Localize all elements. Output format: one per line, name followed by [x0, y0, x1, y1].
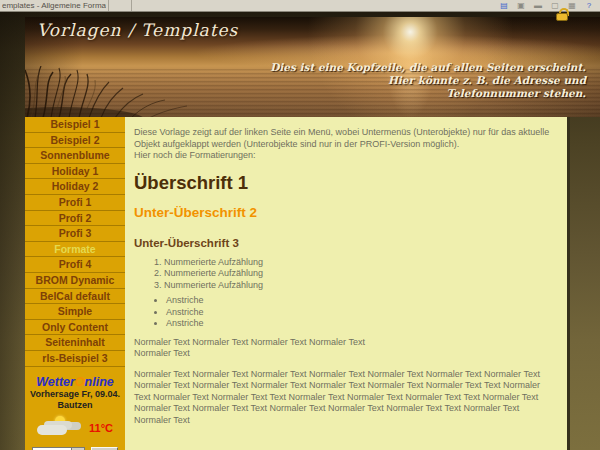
sidebar-menu-item[interactable]: BROM Dynamic	[25, 273, 125, 289]
browser-toolbar-icons: ▤ ▣ ▬ ▢ ▦ ?	[499, 1, 594, 10]
tagline-line: Dies ist eine Kopfzeile, die auf allen S…	[270, 61, 586, 74]
browser-tab-stub[interactable]	[108, 0, 132, 11]
normal-text-line: Normaler Text Normaler Text Normaler Tex…	[134, 337, 558, 349]
sidebar-menu-item[interactable]: rls-Beispiel 3	[25, 351, 125, 367]
tagline-line: Telefonnummer stehen.	[270, 87, 586, 100]
sidebar-menu-item[interactable]: Only Content	[25, 320, 125, 336]
wetteronline-logo[interactable]: WetterOnline	[25, 375, 125, 389]
sidebar-menu-item[interactable]: Simple	[25, 304, 125, 320]
help-icon[interactable]: ?	[584, 1, 594, 10]
minimize-icon[interactable]: ▬	[533, 1, 543, 10]
sidebar-menu-item[interactable]: Holiday 2	[25, 179, 125, 195]
browser-bar: emplates - Allgemeine Formate für Texte …	[0, 0, 600, 12]
page-icon[interactable]: ▤	[499, 1, 509, 10]
sidebar-menu-item[interactable]: Profi 3	[25, 226, 125, 242]
forecast-location: Bautzen	[25, 400, 125, 411]
normal-text-paragraph: Normaler Text Normaler Text Normaler Tex…	[134, 337, 558, 360]
bullet-list: AnstricheAnstricheAnstriche	[134, 295, 558, 330]
header-banner-image: Vorlagen / Templates Dies ist eine Kopfz…	[25, 17, 600, 117]
numbered-list-item: Nummerierte Aufzählung	[164, 268, 558, 280]
go-button[interactable]: GO	[91, 447, 118, 450]
lock-icon[interactable]	[556, 8, 570, 22]
window-icon[interactable]: ▣	[516, 1, 526, 10]
sidebar-menu-item[interactable]: Profi 1	[25, 195, 125, 211]
numbered-list-item: Nummerierte Aufzählung	[164, 280, 558, 292]
dune-grass-decoration	[25, 66, 215, 117]
intro2-paragraph: Hier noch die Formatierungen:	[134, 150, 558, 162]
sidebar-menu-item[interactable]: Profi 4	[25, 257, 125, 273]
page-title: Vorlagen / Templates	[37, 20, 238, 40]
numbered-list: Nummerierte AufzählungNummerierte Aufzäh…	[134, 257, 558, 292]
cloud-sun-icon	[37, 419, 71, 436]
header-tagline: Dies ist eine Kopfzeile, die auf allen S…	[270, 61, 586, 100]
sidebar-menu-item[interactable]: Beispiel 1	[25, 117, 125, 133]
intro-paragraph: Diese Vorlage zeigt auf der linken Seite…	[134, 127, 558, 150]
weather-controls: 3 Tage ▼ GO	[25, 447, 125, 450]
long-text-paragraph: Normaler Text Normaler Text Normaler Tex…	[134, 369, 558, 427]
tagline-line: Hier könnte z. B. die Adresse und	[270, 74, 586, 87]
heading-2: Unter-Überschrift 2	[134, 205, 558, 221]
forecast-date: Vorhersage Fr, 09.04.	[25, 389, 125, 400]
heading-3: Unter-Überschrift 3	[134, 236, 558, 250]
sidebar-menu-item[interactable]: Sonnenblume	[25, 148, 125, 164]
sidebar-menu-item[interactable]: Holiday 1	[25, 164, 125, 180]
browser-tab-title: emplates - Allgemeine Formate für Texte …	[2, 1, 106, 10]
sidebar-menu-item[interactable]: Beispiel 2	[25, 133, 125, 149]
heading-1: Überschrift 1	[134, 172, 558, 193]
forecast-range-select[interactable]: 3 Tage ▼	[32, 447, 85, 450]
sidebar-menu-item[interactable]: Seiteninhalt	[25, 335, 125, 351]
numbered-list-item: Nummerierte Aufzählung	[164, 257, 558, 269]
bullet-list-item: Anstriche	[166, 295, 558, 307]
sidebar-menu-item[interactable]: Formate	[25, 242, 125, 258]
sun-o-icon: O	[75, 375, 85, 389]
sidebar-menu-item[interactable]: BelCal default	[25, 289, 125, 305]
bullet-list-item: Anstriche	[166, 318, 558, 330]
main-content: Diese Vorlage zeigt auf der linken Seite…	[125, 117, 570, 450]
weather-current-row: 11°C	[25, 418, 125, 438]
weather-widget: WetterOnline Vorhersage Fr, 09.04. Bautz…	[25, 375, 125, 450]
temperature-value: 11°C	[89, 422, 113, 434]
bullet-list-item: Anstriche	[166, 307, 558, 319]
sidebar-menu: Beispiel 1 Beispiel 2 Sonnenblume Holida…	[25, 117, 125, 367]
sidebar-menu-item[interactable]: Profi 2	[25, 211, 125, 227]
sidebar: Beispiel 1 Beispiel 2 Sonnenblume Holida…	[25, 117, 125, 450]
normal-text-line: Normaler Text	[134, 348, 558, 360]
